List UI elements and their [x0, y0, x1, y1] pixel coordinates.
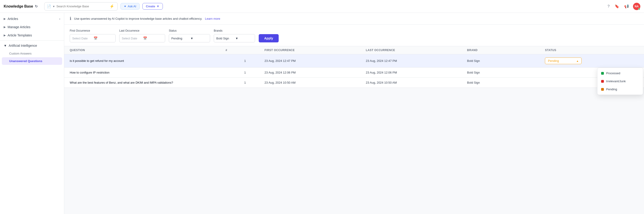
- sidebar-item-manage-articles[interactable]: ▶ Manage Articles: [0, 23, 64, 31]
- refresh-icon[interactable]: ↻: [35, 4, 38, 8]
- pending-dot-icon: [601, 88, 604, 91]
- brands-label: Brands: [214, 29, 255, 32]
- sidebar-custom-answers-label: Custom Answers: [9, 52, 32, 55]
- row2-first: 23 Aug, 2024 12:06 PM: [264, 71, 366, 74]
- status-option-irrelevant[interactable]: Irrelevant/Junk: [598, 77, 643, 85]
- learn-more-link[interactable]: Learn more: [205, 17, 220, 20]
- info-banner: ℹ Use queries unanswered by AI Copilot t…: [64, 13, 644, 24]
- row3-question: What are the best features of Benz, and …: [70, 81, 226, 84]
- create-button[interactable]: Create ▼: [142, 3, 163, 10]
- row2-question: How to configure IP restriction: [70, 71, 226, 74]
- processed-label: Processed: [606, 71, 620, 75]
- table-row: What are the best features of Benz, and …: [64, 78, 644, 88]
- col-first-occ: First Occurrence: [264, 49, 366, 52]
- row1-brand: Bold Sign: [467, 59, 545, 62]
- col-question: Question: [70, 49, 226, 52]
- processed-dot-icon: [601, 72, 604, 75]
- sidebar-collapse-button[interactable]: ‹: [59, 17, 60, 21]
- brands-chevron-icon: ▼: [235, 37, 252, 40]
- search-type-chevron-icon[interactable]: ▼: [52, 5, 55, 8]
- last-occurrence-date-input[interactable]: Select Date 📅: [119, 34, 165, 42]
- row2-brand: Bold Sign: [467, 71, 545, 74]
- row2-last: 23 Aug, 2024 12:06 PM: [366, 71, 467, 74]
- sidebar: ▶ Articles ‹ ▶ Manage Articles ▶ Article…: [0, 13, 64, 214]
- status-select[interactable]: Pending ▼: [169, 34, 210, 42]
- top-navbar: Knowledge Base ↻ 📄 ▼ ⚡ ✦ Ask AI Create ▼…: [0, 0, 644, 13]
- questions-table: Question # First Occurrence Last Occurre…: [64, 46, 644, 88]
- help-icon[interactable]: ?: [606, 3, 610, 9]
- row3-count: 1: [226, 81, 264, 84]
- status-chevron-icon: ▼: [190, 37, 208, 40]
- row1-last: 23 Aug, 2024 12:47 PM: [366, 59, 467, 62]
- sidebar-ai-section[interactable]: ▼ Artificial Intelligence: [0, 41, 64, 50]
- table-row: How to configure IP restriction 1 23 Aug…: [64, 68, 644, 78]
- sidebar-manage-articles-label: Manage Articles: [8, 25, 30, 29]
- status-label: Status: [169, 29, 210, 32]
- main-layout: ▶ Articles ‹ ▶ Manage Articles ▶ Article…: [0, 13, 644, 214]
- sidebar-ai-label: Artificial Intelligence: [9, 44, 37, 47]
- row2-count: 1: [226, 71, 264, 74]
- ask-ai-icon: ✦: [124, 4, 126, 8]
- notification-icon[interactable]: 📢: [623, 3, 630, 9]
- bookmark-icon[interactable]: 🔖: [614, 3, 620, 9]
- sidebar-unanswered-label: Unanswered Questions: [9, 59, 42, 63]
- row1-status-cell: Pending ▲ Processed Irrelevant/Junk: [545, 57, 638, 64]
- sidebar-item-custom-answers[interactable]: Custom Answers: [0, 50, 64, 57]
- last-date-calendar-icon: 📅: [143, 36, 162, 40]
- row1-question: is it possible to get refund for my acco…: [70, 59, 226, 62]
- row3-brand: Bold Sign: [467, 81, 545, 84]
- sidebar-item-unanswered-questions[interactable]: Unanswered Questions: [2, 57, 62, 65]
- search-input[interactable]: [56, 4, 107, 8]
- article-templates-chevron-icon: ▶: [4, 34, 6, 37]
- irrelevant-dot-icon: [601, 80, 604, 83]
- sidebar-divider: [0, 40, 64, 40]
- row1-first: 23 Aug, 2024 12:47 PM: [264, 59, 366, 62]
- banner-text: Use queries unanswered by AI Copilot to …: [74, 17, 202, 20]
- pending-label: Pending: [606, 88, 617, 91]
- create-chevron-icon: ▼: [156, 4, 160, 8]
- doc-icon: 📄: [47, 4, 51, 8]
- topnav-icons: ? 🔖 📢 NA: [606, 3, 640, 10]
- title-text: Knowledge Base: [4, 4, 33, 8]
- row1-count: 1: [226, 59, 264, 62]
- last-occurrence-filter: Last Occurrence Select Date 📅: [119, 29, 165, 42]
- avatar-initials: NA: [634, 5, 638, 8]
- status-option-processed[interactable]: Processed: [598, 69, 643, 77]
- first-occurrence-label: First Occurrence: [70, 29, 116, 32]
- status-value: Pending: [171, 37, 188, 40]
- col-last-occ: Last Occurrence: [366, 49, 467, 52]
- apply-button[interactable]: Apply: [259, 34, 279, 42]
- search-bar: 📄 ▼ ⚡: [44, 2, 118, 10]
- main-content: ℹ Use queries unanswered by AI Copilot t…: [64, 13, 644, 214]
- first-occurrence-date-input[interactable]: Select Date 📅: [70, 34, 116, 42]
- filters-row: First Occurrence Select Date 📅 Last Occu…: [64, 24, 644, 46]
- avatar-online-dot: [638, 8, 640, 10]
- col-count: #: [226, 49, 264, 52]
- brands-select[interactable]: Bold Sign ▼: [214, 34, 255, 42]
- sidebar-item-articles[interactable]: ▶ Articles ‹: [0, 15, 64, 23]
- articles-chevron-icon: ▶: [4, 17, 6, 20]
- status-option-pending[interactable]: Pending: [598, 85, 643, 93]
- filter-icon[interactable]: ⚡: [109, 3, 115, 9]
- sidebar-item-article-templates[interactable]: ▶ Article Templates: [0, 31, 64, 39]
- info-icon: ℹ: [70, 16, 71, 21]
- create-label: Create: [146, 4, 155, 8]
- row3-last: 23 Aug, 2024 10:50 AM: [366, 81, 467, 84]
- sidebar-articles-label: Articles: [8, 17, 18, 21]
- col-status: Status: [545, 49, 638, 52]
- status-dropdown-menu: Processed Irrelevant/Junk Pending: [597, 68, 643, 95]
- last-date-placeholder: Select Date: [122, 37, 141, 40]
- sidebar-article-templates-label: Article Templates: [8, 33, 32, 37]
- last-occurrence-label: Last Occurrence: [119, 29, 165, 32]
- avatar[interactable]: NA: [633, 3, 640, 10]
- manage-articles-chevron-icon: ▶: [4, 25, 6, 29]
- table-row: is it possible to get refund for my acco…: [64, 54, 644, 68]
- ask-ai-button[interactable]: ✦ Ask AI: [120, 3, 140, 10]
- irrelevant-label: Irrelevant/Junk: [606, 79, 626, 83]
- status-dropdown-label: Pending: [548, 59, 559, 62]
- col-brand: Brand: [467, 49, 545, 52]
- first-occurrence-filter: First Occurrence Select Date 📅: [70, 29, 116, 42]
- ask-ai-label: Ask AI: [128, 4, 136, 8]
- status-dropdown-trigger[interactable]: Pending ▲: [545, 57, 582, 64]
- brands-value: Bold Sign: [216, 37, 234, 40]
